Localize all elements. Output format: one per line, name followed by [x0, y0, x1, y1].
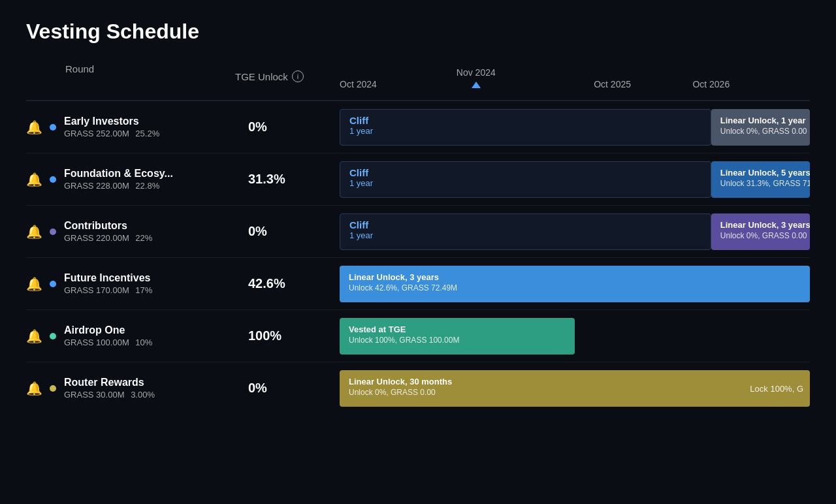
round-sub: GRASS 100.00M 10%: [64, 338, 152, 347]
round-dot: [50, 281, 56, 287]
unlock-block: Linear Unlock, 1 year Unlock 0%, GRASS 0…: [711, 109, 810, 146]
tge-value-contributors: 0%: [235, 224, 340, 239]
round-cell-contributors: 🔔 Contributors GRASS 220.00M 22%: [26, 212, 235, 251]
unlock-sub: Unlock 100%, GRASS 100.00M: [349, 336, 566, 345]
round-cell-router-rewards: 🔔 Router Rewards GRASS 30.00M 3.00%: [26, 369, 235, 407]
lock-label: Lock 100%, G: [743, 383, 810, 393]
table-row: 🔔 Early Investors GRASS 252.00M 25.2% 0%…: [26, 101, 810, 153]
round-name: Router Rewards: [64, 377, 155, 388]
table-row: 🔔 Future Incentives GRASS 170.00M 17% 42…: [26, 257, 810, 309]
cliff-sublabel: 1 year: [349, 126, 701, 136]
round-column-header: Round: [26, 63, 235, 89]
timeline-area-contributors: Cliff 1 year Linear Unlock, 3 years Unlo…: [340, 206, 810, 257]
unlock-title: Linear Unlock, 5 years: [720, 168, 801, 178]
cliff-sublabel: 1 year: [349, 230, 701, 240]
table-row: 🔔 Router Rewards GRASS 30.00M 3.00% 0% L…: [26, 362, 810, 414]
round-dot: [50, 124, 56, 131]
bell-icon[interactable]: 🔔: [26, 224, 42, 240]
cliff-sublabel: 1 year: [349, 178, 701, 188]
unlock-sub: Unlock 31.3%, GRASS 71.39M: [720, 179, 801, 188]
unlock-title: Vested at TGE: [349, 324, 566, 334]
cliff-block: Cliff 1 year: [340, 213, 711, 250]
unlock-block: Linear Unlock, 3 years Unlock 0%, GRASS …: [711, 213, 810, 250]
round-name: Foundation & Ecosy...: [64, 168, 173, 180]
unlock-title: Linear Unlock, 3 years: [720, 220, 801, 230]
cliff-label: Cliff: [349, 115, 701, 126]
page-container: Vesting Schedule Round TGE Unlock i Oct …: [0, 0, 836, 427]
vested-block: Vested at TGE Unlock 100%, GRASS 100.00M: [340, 318, 575, 354]
tge-value-airdrop-one: 100%: [235, 328, 340, 343]
timeline-area-airdrop-one: Vested at TGE Unlock 100%, GRASS 100.00M: [340, 311, 810, 362]
unlock-title: Linear Unlock, 3 years: [349, 272, 801, 282]
unlock-title: Linear Unlock, 1 year: [720, 116, 801, 125]
vesting-schedule-table: Round TGE Unlock i Oct 2024 Nov 2024 Oct…: [26, 63, 810, 414]
bell-icon[interactable]: 🔔: [26, 276, 42, 292]
tge-info-icon[interactable]: i: [292, 71, 304, 82]
timeline-label-nov2024: Nov 2024: [457, 67, 496, 78]
timeline-column-header: Oct 2024 Nov 2024 Oct 2025 Oct 2026: [340, 63, 810, 89]
timeline-label-oct2024: Oct 2024: [340, 79, 377, 89]
unlock-sub: Unlock 42.6%, GRASS 72.49M: [349, 283, 801, 292]
tge-value-future-incentives: 42.6%: [235, 276, 340, 291]
cliff-block: Cliff 1 year: [340, 109, 711, 146]
unlock-sub: Unlock 0%, GRASS 0.00: [349, 388, 801, 397]
unlock-block: Linear Unlock, 3 years Unlock 42.6%, GRA…: [340, 266, 810, 302]
unlock-block: Linear Unlock, 5 years Unlock 31.3%, GRA…: [711, 161, 810, 198]
table-row: 🔔 Contributors GRASS 220.00M 22% 0% Clif…: [26, 205, 810, 257]
timeline-label-oct2025: Oct 2025: [594, 79, 631, 89]
tge-value-foundation: 31.3%: [235, 172, 340, 187]
round-cell-airdrop-one: 🔔 Airdrop One GRASS 100.00M 10%: [26, 317, 235, 355]
table-row: 🔔 Foundation & Ecosy... GRASS 228.00M 22…: [26, 153, 810, 205]
round-cell-future-incentives: 🔔 Future Incentives GRASS 170.00M 17%: [26, 264, 235, 303]
page-title: Vesting Schedule: [26, 20, 810, 44]
timeline-area-foundation: Cliff 1 year Linear Unlock, 5 years Unlo…: [340, 154, 810, 205]
round-name: Contributors: [64, 220, 152, 232]
table-row: 🔔 Airdrop One GRASS 100.00M 10% 100% Ves…: [26, 309, 810, 362]
round-name: Future Incentives: [64, 272, 152, 284]
bell-icon[interactable]: 🔔: [26, 172, 42, 187]
bell-icon[interactable]: 🔔: [26, 328, 42, 344]
tge-column-header: TGE Unlock i: [235, 63, 340, 89]
round-name: Airdrop One: [64, 324, 152, 336]
unlock-block: Linear Unlock, 30 months Unlock 0%, GRAS…: [340, 370, 810, 407]
round-sub: GRASS 170.00M 17%: [64, 285, 152, 295]
cliff-label: Cliff: [349, 167, 701, 178]
round-cell-foundation: 🔔 Foundation & Ecosy... GRASS 228.00M 22…: [26, 160, 235, 198]
cliff-label: Cliff: [349, 219, 701, 230]
unlock-sub: Unlock 0%, GRASS 0.00: [720, 231, 801, 240]
timeline-label-oct2026: Oct 2026: [692, 79, 730, 89]
round-name: Early Investors: [64, 116, 159, 127]
unlock-title: Linear Unlock, 30 months: [349, 377, 801, 386]
timeline-area-router-rewards: Linear Unlock, 30 months Unlock 0%, GRAS…: [340, 363, 810, 414]
round-sub: GRASS 228.00M 22.8%: [64, 181, 173, 191]
unlock-sub: Unlock 0%, GRASS 0.00: [720, 127, 801, 136]
round-dot: [50, 228, 56, 235]
table-header: Round TGE Unlock i Oct 2024 Nov 2024 Oct…: [26, 63, 810, 95]
round-dot: [50, 385, 56, 392]
bell-icon[interactable]: 🔔: [26, 119, 42, 135]
round-sub: GRASS 220.00M 22%: [64, 233, 152, 243]
bell-icon[interactable]: 🔔: [26, 381, 42, 396]
round-cell-early-investors: 🔔 Early Investors GRASS 252.00M 25.2%: [26, 108, 235, 146]
round-dot: [50, 333, 56, 339]
tge-value-router-rewards: 0%: [235, 381, 340, 396]
round-sub: GRASS 30.00M 3.00%: [64, 390, 155, 400]
tge-value-early-investors: 0%: [235, 119, 340, 134]
cliff-block: Cliff 1 year: [340, 161, 711, 198]
round-sub: GRASS 252.00M 25.2%: [64, 129, 159, 138]
timeline-area-future-incentives: Linear Unlock, 3 years Unlock 42.6%, GRA…: [340, 259, 810, 309]
timeline-area-early-investors: Cliff 1 year Linear Unlock, 1 year Unloc…: [340, 102, 810, 153]
round-dot: [50, 176, 56, 183]
